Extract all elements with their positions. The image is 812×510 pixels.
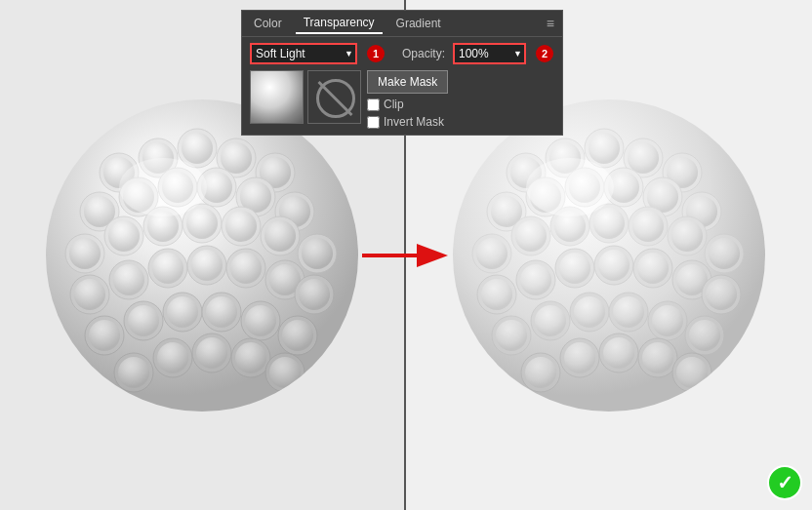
svg-point-59 <box>206 296 237 328</box>
opacity-select[interactable]: 0% 25% 50% 75% 100% <box>453 43 526 64</box>
badge-2: 2 <box>536 45 553 62</box>
opacity-wrapper: 0% 25% 50% 75% 100% <box>453 43 526 64</box>
svg-point-122 <box>598 250 629 281</box>
tab-transparency[interactable]: Transparency <box>296 13 383 34</box>
svg-point-84 <box>589 133 620 164</box>
panel-menu-icon[interactable]: ≡ <box>543 14 558 33</box>
svg-point-55 <box>128 305 159 336</box>
svg-point-116 <box>481 279 512 310</box>
checkmark-icon: ✓ <box>777 473 793 492</box>
svg-point-67 <box>157 342 188 373</box>
svg-point-35 <box>264 220 296 252</box>
svg-point-124 <box>637 253 669 284</box>
svg-point-86 <box>628 142 659 174</box>
svg-point-150 <box>676 357 708 388</box>
blend-mode-select[interactable]: Normal Multiply Screen Overlay Soft Ligh… <box>250 43 357 64</box>
svg-point-104 <box>515 220 547 252</box>
blend-mode-wrapper: Normal Multiply Screen Overlay Soft Ligh… <box>250 43 357 64</box>
clip-checkbox[interactable] <box>367 98 380 111</box>
row2: Make Mask Clip Invert Mask <box>250 70 554 129</box>
svg-point-148 <box>642 342 673 373</box>
cancel-thumb <box>308 71 361 124</box>
checkmark-badge[interactable]: ✓ <box>767 465 802 500</box>
sphere-thumbnail <box>250 70 304 124</box>
svg-point-144 <box>564 342 595 373</box>
svg-point-27 <box>108 220 140 252</box>
cancel-icon <box>316 79 355 118</box>
badge-1: 1 <box>367 45 385 62</box>
svg-point-136 <box>613 296 644 328</box>
clip-row: Clip <box>367 98 554 111</box>
svg-point-112 <box>671 220 703 252</box>
controls-right: Make Mask Clip Invert Mask <box>367 70 554 129</box>
panel-tabs-left: Color Transparency Gradient <box>246 13 449 34</box>
svg-point-120 <box>559 253 590 284</box>
svg-point-51 <box>299 279 330 310</box>
clip-label: Clip <box>384 98 404 111</box>
svg-point-37 <box>302 238 333 269</box>
golf-ball-right <box>443 90 775 421</box>
main-container: ✓ Color Transparency Gradient ≡ Normal M… <box>0 0 812 510</box>
svg-point-108 <box>593 208 625 239</box>
svg-point-71 <box>235 342 266 373</box>
svg-point-130 <box>496 320 527 351</box>
svg-point-25 <box>69 238 101 269</box>
svg-point-7 <box>182 133 213 164</box>
svg-point-151 <box>526 158 614 216</box>
svg-point-39 <box>74 279 105 310</box>
svg-point-65 <box>118 357 149 388</box>
svg-point-61 <box>245 305 276 336</box>
svg-point-146 <box>603 337 634 369</box>
svg-point-114 <box>709 238 740 269</box>
svg-point-74 <box>119 158 207 216</box>
svg-point-132 <box>535 305 566 336</box>
thumbnails <box>250 70 361 124</box>
svg-point-33 <box>225 211 257 242</box>
transparency-panel: Color Transparency Gradient ≡ Normal Mul… <box>241 10 563 136</box>
invert-mask-row: Invert Mask <box>367 115 554 129</box>
panel-tabs: Color Transparency Gradient ≡ <box>242 11 562 37</box>
svg-point-69 <box>196 337 227 369</box>
invert-mask-label: Invert Mask <box>384 115 444 129</box>
svg-point-53 <box>89 320 120 351</box>
svg-point-9 <box>221 142 252 174</box>
svg-point-128 <box>706 279 737 310</box>
arrow-svg <box>357 236 455 275</box>
svg-point-45 <box>191 250 223 281</box>
svg-point-63 <box>282 320 313 351</box>
make-mask-button[interactable]: Make Mask <box>367 70 448 94</box>
svg-point-57 <box>167 296 198 328</box>
sphere-thumb <box>251 71 304 124</box>
svg-point-41 <box>113 264 144 295</box>
svg-point-110 <box>632 211 664 242</box>
invert-mask-checkbox[interactable] <box>367 116 380 129</box>
svg-point-47 <box>230 253 262 284</box>
svg-point-138 <box>652 305 683 336</box>
svg-point-134 <box>574 296 605 328</box>
row1: Normal Multiply Screen Overlay Soft Ligh… <box>250 43 554 64</box>
svg-point-102 <box>476 238 508 269</box>
panel-body: Normal Multiply Screen Overlay Soft Ligh… <box>242 37 562 135</box>
cancel-thumbnail <box>307 70 361 124</box>
svg-point-140 <box>689 320 720 351</box>
svg-point-142 <box>525 357 556 388</box>
svg-point-73 <box>269 357 301 388</box>
tab-color[interactable]: Color <box>246 14 290 33</box>
svg-point-31 <box>186 208 218 239</box>
tab-gradient[interactable]: Gradient <box>388 14 449 33</box>
golf-ball-left <box>36 90 368 421</box>
svg-point-118 <box>520 264 551 295</box>
opacity-label: Opacity: <box>402 47 445 60</box>
svg-point-43 <box>152 253 183 284</box>
